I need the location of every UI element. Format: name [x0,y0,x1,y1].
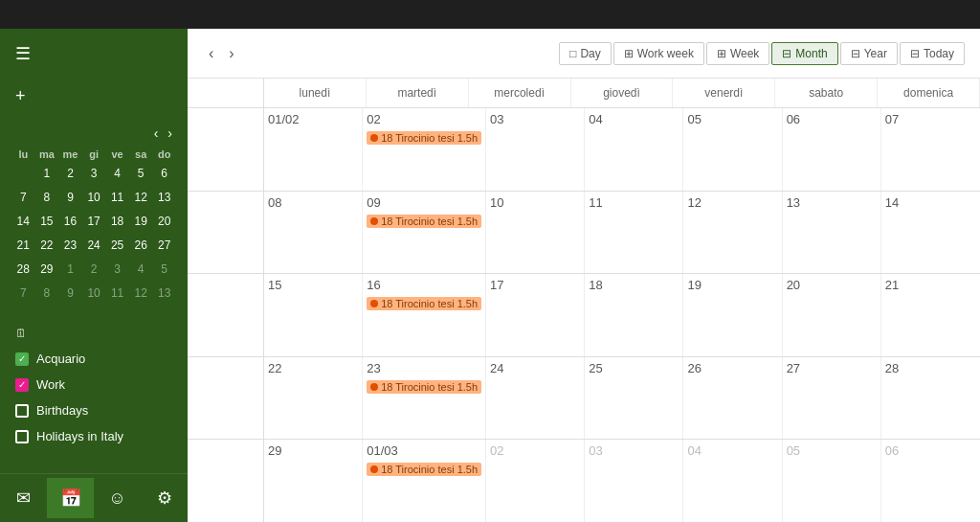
hamburger-button[interactable]: ☰ [11,39,34,68]
calendar-day[interactable]: 04 [683,440,782,522]
prev-button[interactable]: ‹ [203,41,219,66]
calendar-day[interactable]: 1618 Tirocinio tesi 1.5h [363,274,486,356]
calendar-day[interactable]: 29 [264,440,363,522]
mini-cal-day[interactable]: 11 [105,282,129,306]
calendar-day[interactable]: 15 [264,274,363,356]
mini-cal-day[interactable]: 27 [152,234,176,258]
calendar-day[interactable]: 26 [683,357,782,440]
mini-cal-day[interactable]: 13 [152,282,176,306]
calendar-day[interactable]: 10 [486,192,585,274]
calendar-day[interactable]: 12 [683,192,782,274]
calendar-day[interactable]: 22 [264,357,363,440]
calendar-item[interactable]: ✓Work [0,372,188,397]
view-month[interactable]: ⊟ Month [771,42,837,65]
mini-cal-day[interactable]: 11 [105,186,129,210]
mini-cal-day[interactable] [11,162,35,186]
mini-cal-day[interactable]: 24 [82,234,106,258]
calendar-day[interactable]: 27 [783,357,881,440]
mini-cal-day[interactable]: 4 [105,162,129,186]
mini-cal-day[interactable]: 10 [82,186,106,210]
mini-cal-prev[interactable]: ‹ [150,125,163,141]
mini-cal-day[interactable]: 2 [58,162,82,186]
view-week[interactable]: ⊞ Week [706,42,769,65]
calendar-checkbox[interactable] [15,430,29,443]
calendar-day[interactable]: 05 [683,108,782,191]
calendar-day[interactable]: 07 [881,108,980,191]
calendar-day[interactable]: 25 [585,357,683,440]
mini-cal-day[interactable]: 12 [129,186,153,210]
calendar-day[interactable]: 0918 Tirocinio tesi 1.5h [363,192,486,274]
mini-cal-day[interactable]: 7 [11,282,35,306]
view-workweek[interactable]: ⊞ Work week [613,42,704,65]
settings-button[interactable]: ⚙ [141,478,188,518]
view-day[interactable]: □ Day [559,42,612,65]
mini-cal-day[interactable]: 9 [58,282,82,306]
calendar-event[interactable]: 18 Tirocinio tesi 1.5h [367,380,481,394]
mini-cal-day[interactable]: 21 [11,234,35,258]
calendar-day[interactable]: 2318 Tirocinio tesi 1.5h [363,357,486,440]
minimize-button[interactable] [919,12,934,16]
calendar-day[interactable]: 01/0318 Tirocinio tesi 1.5h [363,440,486,522]
calendar-day[interactable]: 01/02 [264,108,363,191]
calendar-checkbox[interactable]: ✓ [15,352,29,366]
more-calendars[interactable] [0,449,188,461]
calendar-button[interactable]: 📅 [47,478,94,518]
mini-cal-day[interactable]: 19 [129,210,153,234]
calendar-day[interactable]: 0218 Tirocinio tesi 1.5h [363,108,486,191]
view-today[interactable]: ⊟ Today [900,42,965,65]
mini-cal-next[interactable]: › [164,125,176,141]
calendar-day[interactable]: 13 [783,192,881,274]
close-button[interactable] [957,12,972,16]
mini-cal-day[interactable]: 28 [11,258,35,282]
calendar-event[interactable]: 18 Tirocinio tesi 1.5h [367,215,481,228]
mini-cal-day[interactable]: 12 [129,282,153,306]
calendar-day[interactable]: 02 [486,440,585,522]
calendar-day[interactable]: 21 [881,274,980,356]
calendar-day[interactable]: 20 [783,274,881,356]
calendar-day[interactable]: 04 [585,108,683,191]
mini-cal-day[interactable]: 5 [152,258,176,282]
mini-cal-day[interactable]: 26 [129,234,153,258]
mini-cal-day[interactable]: 6 [152,162,176,186]
mini-cal-day[interactable]: 22 [35,234,59,258]
calendar-day[interactable]: 17 [486,274,585,356]
calendar-day[interactable]: 06 [783,108,881,191]
mini-cal-day[interactable]: 17 [82,210,106,234]
mini-cal-day[interactable]: 29 [35,258,59,282]
calendar-day[interactable]: 24 [486,357,585,440]
calendar-day[interactable]: 06 [881,440,980,522]
calendar-event[interactable]: 18 Tirocinio tesi 1.5h [367,297,481,310]
calendar-item[interactable]: ✓Acquario [0,346,188,372]
restore-button[interactable] [938,12,953,16]
calendar-day[interactable]: 18 [585,274,683,356]
mini-cal-day[interactable]: 10 [82,282,106,306]
calendar-event[interactable]: 18 Tirocinio tesi 1.5h [367,463,481,476]
mini-cal-day[interactable]: 23 [58,234,82,258]
mini-cal-day[interactable]: 1 [58,258,82,282]
calendar-day[interactable]: 05 [783,440,881,522]
mini-cal-day[interactable]: 8 [35,282,59,306]
mini-cal-day[interactable]: 3 [105,258,129,282]
calendar-checkbox[interactable] [15,404,29,418]
mini-cal-day[interactable]: 20 [152,210,176,234]
mini-cal-day[interactable]: 5 [129,162,153,186]
calendar-day[interactable]: 14 [881,192,980,274]
calendar-checkbox[interactable]: ✓ [15,378,29,392]
calendar-event[interactable]: 18 Tirocinio tesi 1.5h [367,131,481,145]
mail-button[interactable]: ✉ [0,478,47,518]
mini-cal-day[interactable]: 9 [58,186,82,210]
calendar-item[interactable]: Holidays in Italy [0,423,188,449]
calendar-day[interactable]: 19 [683,274,782,356]
mini-cal-day[interactable]: 13 [152,186,176,210]
calendar-day[interactable]: 11 [585,192,683,274]
mini-cal-day[interactable]: 14 [11,210,35,234]
calendar-item[interactable]: Birthdays [0,397,188,423]
mini-cal-day[interactable]: 8 [35,186,59,210]
calendar-day[interactable]: 03 [585,440,683,522]
calendar-day[interactable]: 28 [881,357,980,440]
mini-cal-day[interactable]: 15 [35,210,59,234]
next-button[interactable]: › [223,41,239,66]
view-year[interactable]: ⊟ Year [840,42,898,65]
mini-cal-day[interactable]: 7 [11,186,35,210]
mini-cal-day[interactable]: 18 [105,210,129,234]
